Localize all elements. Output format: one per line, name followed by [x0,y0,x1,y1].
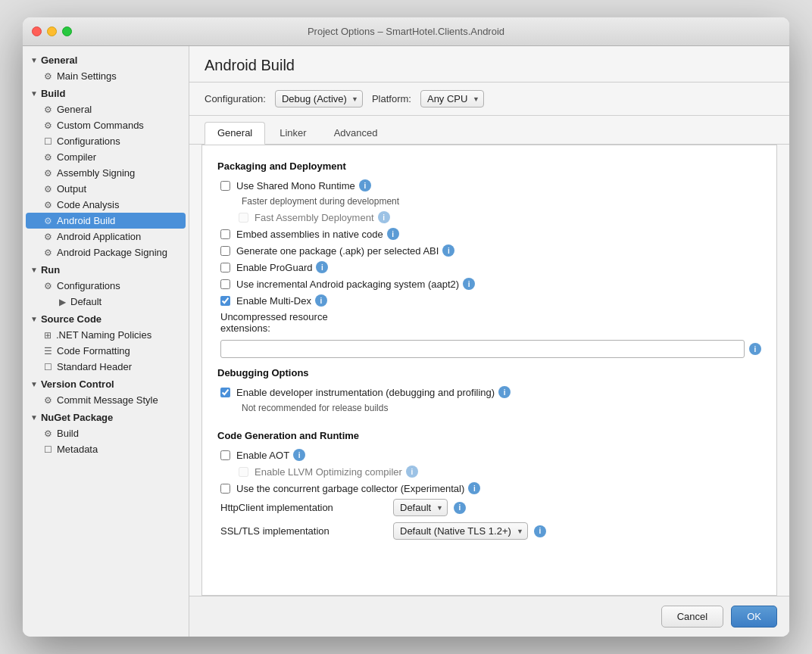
sidebar-item-metadata[interactable]: ☐ Metadata [23,441,189,457]
tab-general[interactable]: General [205,122,265,145]
tabs-bar: General Linker Advanced [189,116,789,145]
sidebar-item-output[interactable]: ⚙ Output [23,181,189,197]
main-content: ▼ General ⚙ Main Settings ▼ Build ⚙ Gene… [23,46,789,637]
sidebar-item-main-settings[interactable]: ⚙ Main Settings [23,68,189,84]
one-package-label: Generate one package (.apk) per selected… [236,244,454,257]
sidebar-item-android-application[interactable]: ⚙ Android Application [23,229,189,244]
shared-mono-info[interactable]: i [359,179,371,192]
panel-header: Android Build [189,46,789,83]
ssltls-info[interactable]: i [534,525,546,537]
maximize-button[interactable] [62,26,72,36]
sidebar-item-compiler[interactable]: ⚙ Compiler [23,149,189,165]
uncompressed-info[interactable]: i [749,343,761,355]
sidebar-group-nuget[interactable]: ▼ NuGet Package [23,410,189,425]
cancel-button[interactable]: Cancel [661,606,723,628]
embed-assemblies-checkbox[interactable] [220,229,230,239]
sidebar-item-general[interactable]: ⚙ General [23,101,189,117]
proguard-info[interactable]: i [316,261,328,273]
sidebar-section-nuget: ▼ NuGet Package ⚙ Build ☐ Metadata [23,410,189,457]
gear-icon: ⚙ [44,248,52,258]
sidebar-item-net-naming[interactable]: ⊞ .NET Naming Policies [23,327,189,343]
sidebar-group-build[interactable]: ▼ Build [23,86,189,101]
enable-llvm-checkbox[interactable] [239,467,248,477]
sidebar-item-label: Main Settings [57,70,117,82]
sidebar-group-version-control-label: Version Control [41,378,114,390]
run-icon: ▶ [59,297,66,307]
multi-dex-checkbox[interactable] [220,296,230,306]
uncompressed-input[interactable] [220,340,745,358]
arrow-build: ▼ [30,89,38,98]
fast-assembly-checkbox[interactable] [239,213,248,223]
close-button[interactable] [32,26,42,36]
sidebar-item-code-analysis[interactable]: ⚙ Code Analysis [23,197,189,213]
dev-instrumentation-info[interactable]: i [498,386,511,398]
sidebar-item-configurations[interactable]: ☐ Configurations [23,133,189,149]
dev-instrumentation-row: Enable developer instrumentation (debugg… [217,386,761,398]
fast-assembly-info[interactable]: i [378,211,390,223]
fast-assembly-label: Fast Assembly Deployment i [255,211,390,223]
enable-aot-row: Enable AOT i [217,449,761,461]
sidebar-item-code-formatting[interactable]: ☰ Code Formatting [23,343,189,359]
gear-icon: ⚙ [44,168,52,179]
sidebar-group-run[interactable]: ▼ Run [23,262,189,278]
gear-icon: ⚙ [44,184,52,195]
titlebar: Project Options – SmartHotel.Clients.And… [23,17,789,46]
httpclient-info[interactable]: i [454,502,466,514]
httpclient-select[interactable]: Default [393,499,448,516]
incremental-android-info[interactable]: i [463,278,475,290]
uncompressed-row: Uncompressed resource extensions: [217,311,761,334]
tab-linker[interactable]: Linker [267,122,319,144]
proguard-label: Enable ProGuard i [236,261,328,273]
config-select[interactable]: Debug (Active) [275,90,363,107]
sidebar-item-android-build[interactable]: ⚙ Android Build [26,213,186,229]
fast-assembly-row: Fast Assembly Deployment i [217,211,761,223]
tab-advanced[interactable]: Advanced [321,122,391,144]
platform-select[interactable]: Any CPU [420,90,484,107]
sidebar-group-version-control[interactable]: ▼ Version Control [23,376,189,392]
platform-select-wrap: Any CPU [420,90,484,107]
ok-button[interactable]: OK [731,606,777,628]
one-package-info[interactable]: i [442,244,454,257]
embed-assemblies-info[interactable]: i [387,228,399,240]
dev-instrumentation-label: Enable developer instrumentation (debugg… [236,386,511,398]
sidebar-group-source-code-label: Source Code [41,313,102,325]
sidebar-group-general[interactable]: ▼ General [23,52,189,68]
sidebar-item-android-package-signing[interactable]: ⚙ Android Package Signing [23,244,189,260]
sidebar-item-assembly-signing[interactable]: ⚙ Assembly Signing [23,165,189,181]
gear-icon: ⚙ [44,120,52,131]
codegen-section-title: Code Generation and Runtime [217,430,761,441]
gear-icon: ⚙ [44,428,52,439]
sidebar-item-commit-message[interactable]: ⚙ Commit Message Style [23,392,189,408]
sidebar-item-run-configurations[interactable]: ⚙ Configurations [23,278,189,294]
doc-icon: ☐ [44,362,52,372]
sidebar-item-standard-header[interactable]: ☐ Standard Header [23,359,189,375]
enable-aot-info[interactable]: i [293,449,305,461]
sidebar-item-default[interactable]: ▶ Default [23,294,189,310]
proguard-checkbox[interactable] [220,263,230,272]
multi-dex-label: Enable Multi-Dex i [236,294,327,307]
minimize-button[interactable] [47,26,57,36]
dev-instrumentation-checkbox[interactable] [220,388,230,397]
concurrent-gc-checkbox[interactable] [220,484,230,494]
proguard-row: Enable ProGuard i [217,261,761,273]
sidebar-item-nuget-build[interactable]: ⚙ Build [23,425,189,441]
sidebar: ▼ General ⚙ Main Settings ▼ Build ⚙ Gene… [23,46,189,637]
enable-llvm-label: Enable LLVM Optimizing compiler i [255,466,418,478]
enable-aot-checkbox[interactable] [220,450,230,460]
sidebar-group-source-code[interactable]: ▼ Source Code [23,311,189,327]
ssltls-select[interactable]: Default (Native TLS 1.2+) [393,522,528,540]
config-bar: Configuration: Debug (Active) Platform: … [189,83,789,116]
concurrent-gc-info[interactable]: i [468,482,480,494]
shared-mono-checkbox[interactable] [220,181,230,191]
multi-dex-info[interactable]: i [315,294,327,307]
one-package-checkbox[interactable] [220,246,230,256]
incremental-android-checkbox[interactable] [220,279,230,289]
sidebar-item-custom-commands[interactable]: ⚙ Custom Commands [23,117,189,133]
panel-title: Android Build [205,57,774,74]
sidebar-group-build-label: Build [41,88,66,99]
enable-llvm-info[interactable]: i [406,466,418,478]
sidebar-group-run-label: Run [41,264,60,276]
arrow-nuget: ▼ [30,413,38,422]
arrow-run: ▼ [30,266,38,274]
fast-deploy-text: Faster deployment during development [217,196,761,207]
